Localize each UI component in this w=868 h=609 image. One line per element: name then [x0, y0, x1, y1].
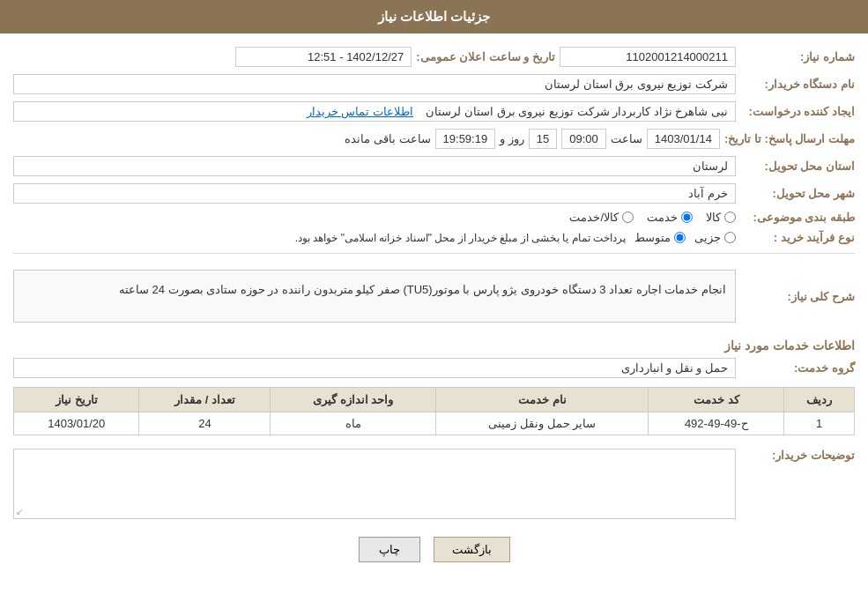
need-description-value: انجام خدمات اجاره تعداد 3 دستگاه خودروی …: [13, 270, 736, 323]
cell-unit: ماه: [271, 412, 436, 435]
announcement-label: تاریخ و ساعت اعلان عمومی:: [416, 50, 555, 63]
page-header: جزئیات اطلاعات نیاز: [0, 0, 868, 33]
category-row: طبقه بندی موضوعی: کالا خدمت کالا/خدمت: [13, 211, 855, 224]
cell-date: 1403/01/20: [14, 412, 139, 435]
response-days: 15: [529, 129, 557, 149]
need-number-label: شماره نیاز:: [740, 50, 855, 63]
response-deadline-row: مهلت ارسال پاسخ: تا تاریخ: 1403/01/14 سا…: [13, 129, 855, 149]
comments-label: توضیحات خریدار:: [740, 444, 855, 462]
table-header-row: ردیف کد خدمت نام خدمت واحد اندازه گیری ت…: [14, 388, 855, 412]
remaining-label: ساعت باقی مانده: [345, 132, 430, 145]
process-motavasset-radio[interactable]: [674, 232, 686, 243]
cell-code: ح-49-49-492: [649, 412, 784, 435]
process-description: پرداخت تمام یا بخشی از مبلغ خریدار از مح…: [13, 232, 626, 244]
category-kala-khadamat-label: کالا/خدمت: [569, 211, 619, 224]
process-jozei-radio[interactable]: [724, 232, 736, 243]
response-date: 1403/01/14: [647, 129, 720, 149]
category-label: طبقه بندی موضوعی:: [740, 211, 855, 224]
col-row: ردیف: [784, 388, 855, 412]
back-button[interactable]: بازگشت: [434, 537, 510, 562]
service-group-value: حمل و نقل و انبارداری: [13, 358, 736, 378]
creator-row: ایجاد کننده درخواست: نبی شاهرخ نژاد کارب…: [13, 101, 855, 122]
process-motavasset-item[interactable]: متوسط: [634, 231, 686, 244]
process-type-group: جزیی متوسط پرداخت تمام یا بخشی از مبلغ خ…: [13, 231, 736, 244]
services-table: ردیف کد خدمت نام خدمت واحد اندازه گیری ت…: [13, 387, 855, 435]
category-khadamat-radio[interactable]: [681, 212, 693, 223]
col-code: کد خدمت: [649, 388, 784, 412]
city-label: شهر محل تحویل:: [740, 187, 855, 200]
category-radio-group: کالا خدمت کالا/خدمت: [13, 211, 736, 224]
process-jozei-item[interactable]: جزیی: [694, 231, 736, 244]
response-deadline-label: مهلت ارسال پاسخ: تا تاریخ:: [724, 132, 855, 145]
buyer-org-value: شرکت توزیع نیروی برق استان لرستان: [13, 74, 736, 94]
buyer-org-row: نام دستگاه خریدار: شرکت توزیع نیروی برق …: [13, 74, 855, 94]
city-row: شهر محل تحویل: خرم آباد: [13, 183, 855, 204]
days-label: روز و: [500, 132, 524, 145]
table-row: 1 ح-49-49-492 سایر حمل ونقل زمینی ماه 24…: [14, 412, 855, 435]
buyer-org-label: نام دستگاه خریدار:: [740, 78, 855, 91]
province-label: استان محل تحویل:: [740, 160, 855, 173]
creator-label: ایجاد کننده درخواست:: [740, 105, 855, 118]
city-value: خرم آباد: [13, 183, 736, 204]
province-row: استان محل تحویل: لرستان: [13, 156, 855, 176]
category-kala-khadamat-radio[interactable]: [622, 212, 634, 223]
services-table-section: ردیف کد خدمت نام خدمت واحد اندازه گیری ت…: [13, 387, 855, 435]
button-row: بازگشت چاپ: [13, 537, 855, 576]
response-remaining: 19:59:19: [435, 129, 496, 149]
creator-value: نبی شاهرخ نژاد کاربردار شرکت توزیع نیروی…: [13, 101, 736, 122]
page-title: جزئیات اطلاعات نیاز: [378, 9, 490, 24]
service-group-row: گروه خدمت: حمل و نقل و انبارداری: [13, 358, 855, 378]
province-value: لرستان: [13, 156, 736, 176]
process-type-label: نوع فرآیند خرید :: [740, 231, 855, 244]
resize-handle: ↙: [16, 507, 23, 516]
announcement-value: 1402/12/27 - 12:51: [235, 47, 412, 67]
need-description-row: شرح کلی نیاز: انجام خدمات اجاره تعداد 3 …: [13, 263, 855, 330]
col-date: تاریخ نیاز: [14, 388, 139, 412]
col-quantity: تعداد / مقدار: [139, 388, 271, 412]
category-kala-khadamat-item[interactable]: کالا/خدمت: [569, 211, 634, 224]
need-number-row: شماره نیاز: 1102001214000211 تاریخ و ساع…: [13, 47, 855, 67]
process-type-row: نوع فرآیند خرید : جزیی متوسط پرداخت تمام…: [13, 231, 855, 244]
service-group-label: گروه خدمت:: [740, 361, 855, 375]
need-description-label: شرح کلی نیاز:: [740, 290, 855, 303]
category-kala-radio[interactable]: [724, 212, 736, 223]
process-jozei-label: جزیی: [694, 231, 721, 244]
category-khadamat-label: خدمت: [647, 211, 678, 224]
need-number-value: 1102001214000211: [560, 47, 736, 67]
comments-row: توضیحات خریدار: ↙: [13, 444, 855, 524]
services-section-title: اطلاعات خدمات مورد نیاز: [13, 338, 855, 353]
category-kala-item[interactable]: کالا: [706, 211, 736, 224]
time-label: ساعت: [611, 132, 642, 145]
cell-quantity: 24: [139, 412, 271, 435]
category-khadamat-item[interactable]: خدمت: [647, 211, 693, 224]
category-kala-label: کالا: [706, 211, 721, 224]
col-unit: واحد اندازه گیری: [271, 388, 436, 412]
creator-link[interactable]: اطلاعات تماس خریدار: [307, 105, 413, 118]
cell-name: سایر حمل ونقل زمینی: [436, 412, 649, 435]
print-button[interactable]: چاپ: [359, 537, 420, 562]
cell-row: 1: [784, 412, 855, 435]
process-motavasset-label: متوسط: [634, 231, 671, 244]
response-time: 09:00: [561, 129, 606, 149]
comments-box[interactable]: ↙: [13, 449, 736, 519]
col-name: نام خدمت: [436, 388, 649, 412]
